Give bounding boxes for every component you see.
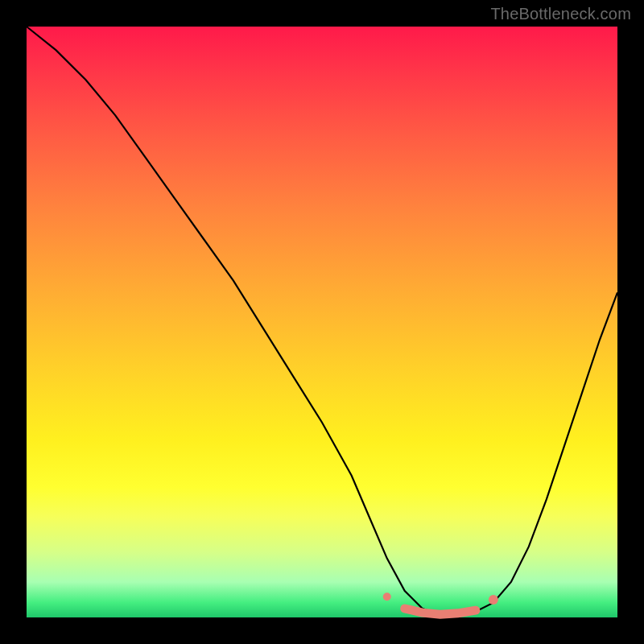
optimal-range-segment bbox=[405, 609, 476, 614]
svg-point-1 bbox=[489, 595, 498, 605]
optimal-range-dots bbox=[383, 592, 498, 605]
chart-svg bbox=[27, 27, 617, 617]
bottleneck-curve bbox=[27, 27, 617, 614]
chart-container: TheBottleneck.com bbox=[0, 0, 644, 644]
plot-area bbox=[27, 27, 617, 617]
watermark-text: TheBottleneck.com bbox=[490, 5, 631, 23]
svg-point-0 bbox=[383, 592, 391, 601]
